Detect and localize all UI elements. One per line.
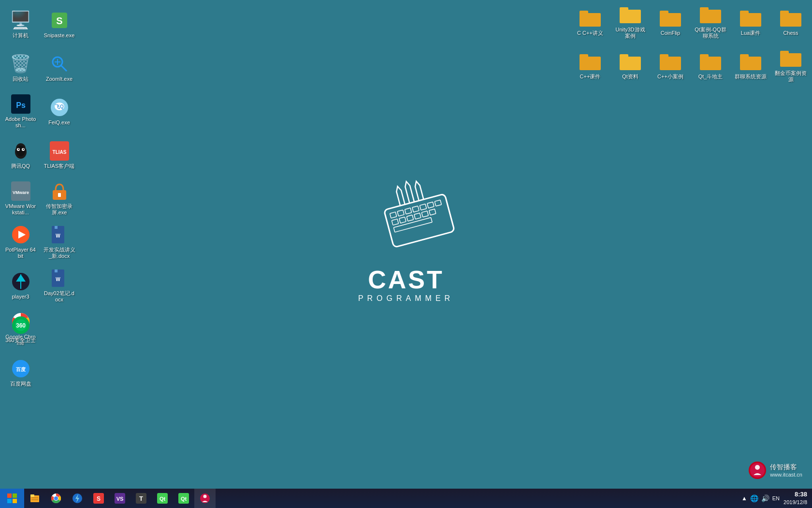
icon-potplayer[interactable]: PotPlayer 64 bit [2,223,39,261]
svg-text:Qt: Qt [181,496,187,502]
folder-unity3d[interactable]: Unity3D游戏案例 [611,2,649,41]
taskbar: S VS T Qt Qt [0,489,812,508]
tray-expand[interactable]: ▲ [741,495,747,502]
svg-text:Ps: Ps [16,101,26,109]
svg-rect-50 [740,11,749,15]
svg-rect-49 [740,13,761,27]
svg-rect-62 [740,54,749,58]
svg-rect-54 [580,54,588,58]
svg-rect-58 [660,54,668,58]
svg-rect-69 [412,206,419,212]
taskbar-typora[interactable]: T [130,489,152,508]
folder-lua[interactable]: Lua课件 [732,2,769,41]
taskbar-cast[interactable] [194,489,216,508]
svg-text:T: T [139,495,143,502]
taskbar-qt2[interactable]: Qt [173,489,194,508]
svg-text:飞Q: 飞Q [55,104,64,109]
icon-qq[interactable]: 腾讯QQ [2,135,39,174]
svg-rect-66 [390,212,397,218]
svg-text:VMware: VMware [12,190,29,195]
folder-coinflip[interactable]: CoinFlip [652,2,689,41]
taskbar-qt1[interactable]: Qt [152,489,173,508]
svg-rect-85 [13,499,17,503]
system-tray-icons: ▲ 🌐 🔊 EN [741,494,780,502]
tray-volume-icon[interactable]: 🔊 [761,494,769,502]
svg-point-105 [203,495,207,498]
svg-rect-46 [660,11,668,15]
folder-qt-qq[interactable]: Qt案例-QQ群聊系统 [692,2,729,41]
logo-programmer: PROGRAMMER [358,294,454,303]
icon-recycle[interactable]: 🗑️ 回收站 [2,48,39,87]
desktop: 🖥️ 计算机 S Snipaste.exe 🗑️ 回收站 [0,0,812,489]
taskbar-explorer[interactable] [24,489,45,508]
watermark: 传智播客 www.itcast.cn [749,462,802,479]
svg-rect-89 [31,499,38,500]
datetime-display[interactable]: 8:38 2019/12/8 [783,490,807,507]
taskbar-snagit[interactable]: S [88,489,109,508]
taskbar-vs[interactable]: VS [109,489,130,508]
svg-rect-74 [399,217,406,223]
tray-keyboard-icon: EN [772,495,780,501]
svg-rect-59 [700,57,721,70]
svg-rect-63 [780,53,801,67]
icon-day02[interactable]: W Day02笔记.docx [41,266,77,305]
svg-point-81 [755,465,760,470]
date-display: 2019/12/8 [783,499,807,506]
desktop-folders-row1: C C++讲义 Unity3D游戏案例 CoinFlip [571,2,810,41]
icon-snipaste[interactable]: S Snipaste.exe [41,5,77,44]
logo-svg [353,173,459,280]
icon-360[interactable]: 360 360安全卫士 [2,310,39,348]
time-display: 8:38 [783,490,807,499]
svg-rect-87 [30,494,34,497]
svg-rect-68 [405,208,411,214]
svg-rect-23 [58,193,61,197]
svg-text:VS: VS [116,496,124,502]
svg-rect-57 [660,57,681,70]
icon-computer[interactable]: 🖥️ 计算机 [2,5,39,44]
taskbar-chrome[interactable] [45,489,67,508]
svg-point-91 [54,496,58,500]
svg-rect-72 [435,200,441,206]
icon-devdoc[interactable]: W 开发实战讲义_新.docx [41,223,77,261]
svg-text:百度: 百度 [16,367,26,372]
taskbar-app-icons: S VS T Qt Qt [24,489,737,508]
folder-cpp-course[interactable]: C++课件 [571,46,609,85]
icon-player3[interactable]: player3 [2,266,39,305]
svg-rect-43 [620,10,641,23]
folder-chess[interactable]: Chess [772,2,810,41]
folder-qt-address[interactable]: Qt_斗地主 [692,46,729,85]
svg-rect-44 [620,7,628,11]
svg-rect-42 [580,11,588,15]
svg-text:S: S [97,495,101,502]
folder-group-chat[interactable]: 群聊系统资源 [732,46,769,85]
desktop-folders-row2: C++课件 Qt资料 C++小案例 [571,46,810,85]
logo-cast: CAST [358,265,454,294]
svg-rect-61 [740,57,761,70]
folder-gold-coin[interactable]: 翻金币案例资源 [772,46,810,85]
svg-point-16 [18,149,19,150]
start-button[interactable] [0,489,24,508]
svg-rect-78 [429,209,436,215]
folder-qt-resource[interactable]: Qt资料 [611,46,649,85]
taskbar-thunder[interactable] [67,489,88,508]
svg-rect-83 [13,493,17,498]
icon-vmware[interactable]: VMware VMware Workstati... [2,179,39,218]
folder-cpp-small[interactable]: C++小案例 [652,46,689,85]
svg-text:TLIAS: TLIAS [52,149,66,155]
svg-rect-67 [397,210,404,216]
folder-cpp-lecture[interactable]: C C++讲义 [571,2,609,41]
icon-photoshop[interactable]: Ps Adobe Photosh... [2,92,39,131]
center-logo: CAST PROGRAMMER [353,173,459,303]
svg-point-17 [23,149,24,150]
icon-tlias[interactable]: TLIAS TLIAS客户端 [41,135,77,174]
icon-feiq[interactable]: 飞Q FeiQ.exe [41,92,77,131]
svg-rect-73 [392,219,398,225]
svg-rect-53 [580,57,601,70]
icon-baidu[interactable]: 百度 百度网盘 [2,353,39,392]
icon-encrypt[interactable]: 传智加密录屏.exe [41,179,77,218]
svg-rect-82 [7,493,12,498]
svg-rect-32 [55,269,58,272]
icon-zoomit[interactable]: ZoomIt.exe [41,48,77,87]
svg-rect-48 [700,7,709,11]
svg-rect-45 [660,13,681,27]
